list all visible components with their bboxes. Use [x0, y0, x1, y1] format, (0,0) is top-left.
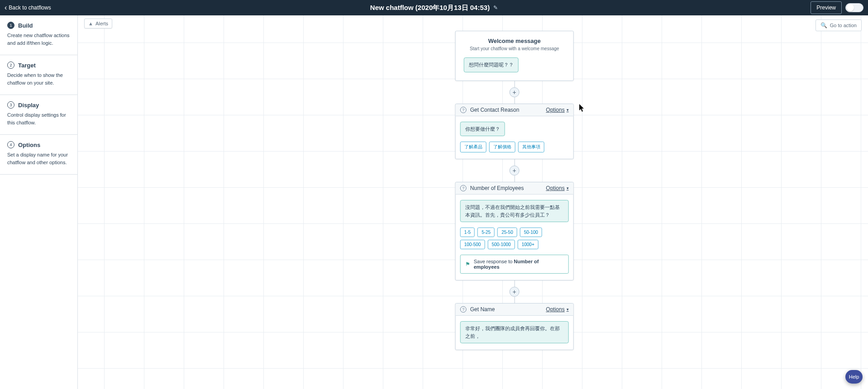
warning-icon: ▲ — [88, 21, 93, 26]
step-title: Display — [18, 102, 39, 109]
goto-label: Go to action — [830, 23, 857, 28]
quick-reply-chip[interactable]: 其他事項 — [518, 142, 544, 152]
publish-toggle[interactable] — [845, 3, 863, 12]
quick-reply-chip[interactable]: 25-50 — [497, 228, 517, 237]
quick-reply-chip[interactable]: 500-1000 — [487, 240, 515, 249]
options-label: Options — [546, 107, 564, 113]
quick-reply-chip[interactable]: 50-100 — [520, 228, 542, 237]
question-icon: ? — [460, 185, 467, 191]
node-options-dropdown[interactable]: Options ▾ — [546, 185, 568, 191]
add-action-button[interactable]: + — [510, 87, 520, 97]
step-description: Decide when to show the chatflow on your… — [7, 71, 70, 86]
sidebar-step-options[interactable]: 4 Options Set a display name for your ch… — [0, 135, 77, 175]
welcome-bubble: 想問什麼問題呢？？ — [464, 57, 519, 72]
chevron-left-icon: ‹ — [5, 4, 7, 11]
step-title: Build — [18, 22, 33, 29]
step-number: 1 — [7, 22, 14, 29]
question-icon: ? — [460, 306, 467, 313]
node-title: Get Contact Reason — [470, 107, 520, 113]
go-to-action-button[interactable]: 🔍 Go to action — [816, 19, 862, 31]
sidebar-step-target[interactable]: 2 Target Decide when to show the chatflo… — [0, 55, 77, 95]
node-options-dropdown[interactable]: Options ▾ — [546, 107, 568, 113]
edit-title-icon[interactable]: ✎ — [493, 5, 498, 11]
save-response-row: ⚑ Save response to Number of employees — [460, 255, 569, 274]
step-title: Target — [18, 62, 36, 69]
search-icon: 🔍 — [820, 22, 827, 28]
node-bubble: 你想要做什麼？ — [460, 122, 505, 137]
welcome-subtitle: Start your chatflow with a welcome messa… — [464, 46, 565, 51]
node-title: Number of Employees — [470, 185, 524, 191]
step-description: Control display settings for this chatfl… — [7, 111, 70, 126]
node-number-of-employees[interactable]: ? Number of Employees Options ▾ 沒問題，不過在我… — [455, 182, 574, 280]
step-description: Create new chatflow actions and add if/t… — [7, 32, 70, 47]
node-get-contact-reason[interactable]: ? Get Contact Reason Options ▾ 你想要做什麼？ 了… — [455, 104, 574, 160]
help-button[interactable]: Help — [845, 370, 863, 384]
save-prefix: Save response to — [474, 259, 514, 264]
step-number: 3 — [7, 101, 14, 109]
preview-button[interactable]: Preview — [811, 1, 842, 14]
alerts-button[interactable]: ▲ Alerts — [84, 19, 112, 28]
add-action-button[interactable]: + — [510, 166, 520, 176]
sidebar-step-build[interactable]: 1 Build Create new chatflow actions and … — [0, 15, 77, 55]
flag-icon: ⚑ — [465, 261, 470, 267]
flow-canvas[interactable]: ▲ Alerts 🔍 Go to action Welcome message … — [78, 15, 868, 389]
back-to-chatflows-link[interactable]: ‹ Back to chatflows — [5, 4, 51, 11]
step-title: Options — [18, 142, 40, 148]
node-welcome-message[interactable]: Welcome message Start your chatflow with… — [455, 31, 574, 81]
node-bubble: 沒問題，不過在我們開始之前我需要一點基本資訊。首先，貴公司有多少位員工？ — [460, 200, 569, 222]
quick-reply-chip[interactable]: 了解產品 — [460, 142, 486, 152]
welcome-title: Welcome message — [464, 38, 565, 44]
options-label: Options — [546, 306, 564, 313]
chevron-down-icon: ▾ — [567, 186, 569, 190]
question-icon: ? — [460, 107, 467, 113]
page-title: New chatflow (2020年10月13日 04:53) — [370, 4, 490, 12]
sidebar-step-display[interactable]: 3 Display Control display settings for t… — [0, 95, 77, 135]
step-description: Set a display name for your chatflow and… — [7, 151, 70, 166]
add-action-button[interactable]: + — [510, 287, 520, 297]
step-number: 2 — [7, 62, 14, 69]
node-title: Get Name — [470, 306, 495, 313]
options-label: Options — [546, 185, 564, 191]
back-label: Back to chatflows — [9, 5, 51, 11]
node-bubble: 非常好，我們團隊的成員會再回覆你。在那之前， — [460, 321, 569, 343]
chevron-down-icon: ▾ — [567, 307, 569, 312]
step-number: 4 — [7, 141, 14, 148]
node-get-name[interactable]: ? Get Name Options ▾ 非常好，我們團隊的成員會再回覆你。在那… — [455, 303, 574, 350]
quick-reply-chip[interactable]: 100-500 — [460, 240, 485, 249]
quick-reply-chip[interactable]: 了解價格 — [489, 142, 515, 152]
chevron-down-icon: ▾ — [567, 108, 569, 112]
quick-reply-chip[interactable]: 5-25 — [477, 228, 495, 237]
node-options-dropdown[interactable]: Options ▾ — [546, 306, 568, 313]
alerts-label: Alerts — [95, 21, 108, 26]
quick-reply-chip[interactable]: 1000+ — [518, 240, 539, 249]
sidebar: 1 Build Create new chatflow actions and … — [0, 15, 78, 389]
quick-reply-chip[interactable]: 1-5 — [460, 228, 475, 237]
